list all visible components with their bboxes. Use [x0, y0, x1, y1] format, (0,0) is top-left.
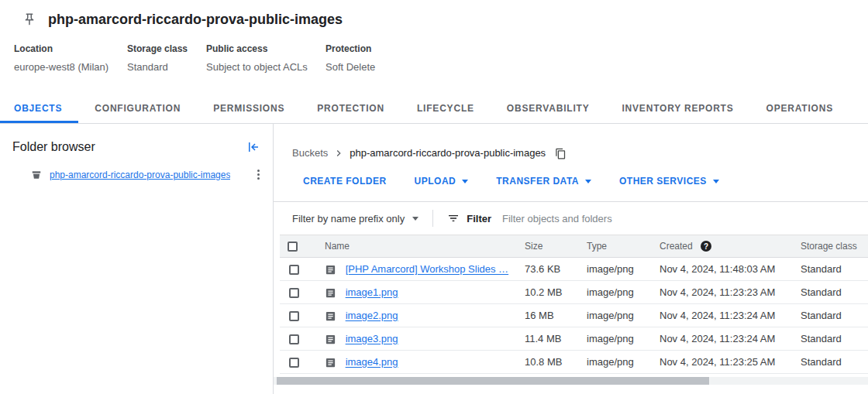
copy-icon[interactable]: [555, 148, 567, 159]
breadcrumb-buckets-link[interactable]: Buckets: [292, 147, 328, 159]
row-checkbox[interactable]: [289, 358, 299, 368]
tab-bar: OBJECTS CONFIGURATION PERMISSIONS PROTEC…: [0, 93, 868, 124]
transfer-data-button[interactable]: TRANSFER DATA: [487, 172, 601, 190]
meta-value-storage-class: Standard: [127, 61, 206, 73]
row-checkbox[interactable]: [289, 288, 299, 298]
scrollbar-thumb[interactable]: [277, 377, 709, 385]
row-checkbox[interactable]: [289, 311, 299, 321]
filter-label: Filter: [467, 213, 491, 224]
filter-scope-label: Filter by name prefix only: [292, 213, 405, 224]
collapse-panel-icon[interactable]: [246, 140, 260, 154]
kebab-menu-icon[interactable]: [255, 167, 262, 182]
breadcrumb: Buckets php-amarcord-riccardo-prova-publ…: [274, 124, 868, 159]
meta-storage-class: Storage class Standard: [127, 43, 206, 73]
meta-value-location: europe-west8 (Milan): [14, 61, 127, 73]
table-row: [PHP Amarcord] Workshop Slides … 73.6 KB…: [280, 258, 868, 281]
meta-label-location: Location: [14, 43, 127, 54]
chevron-down-icon: [713, 180, 719, 183]
cell-storage-class: Standard: [793, 304, 868, 327]
tab-objects[interactable]: OBJECTS: [0, 93, 78, 123]
toolbar: CREATE FOLDER UPLOAD TRANSFER DATA OTHER…: [274, 159, 868, 202]
meta-label-storage-class: Storage class: [127, 43, 206, 54]
bucket-header: php-amarcord-riccardo-prova-public-image…: [0, 0, 868, 73]
file-icon: [325, 334, 336, 345]
cell-created: Nov 4, 2024, 11:23:25 AM: [652, 351, 793, 374]
select-all-cell: [280, 235, 317, 258]
folder-tree-bucket-item[interactable]: php-amarcord-riccardo-prova-public-image…: [0, 166, 273, 183]
cell-storage-class: Standard: [793, 351, 868, 374]
column-header-type[interactable]: Type: [579, 235, 652, 258]
filter-bar: Filter by name prefix only Filter: [274, 202, 868, 235]
meta-value-protection: Soft Delete: [326, 61, 375, 73]
tab-protection[interactable]: PROTECTION: [301, 93, 401, 123]
folder-browser-panel: Folder browser php-amarcord-riccardo-pro…: [0, 124, 274, 394]
object-link[interactable]: image2.png: [346, 310, 398, 322]
table-row: image1.png 10.2 MB image/png Nov 4, 2024…: [280, 281, 868, 304]
chevron-down-icon: [462, 180, 468, 183]
object-link[interactable]: [PHP Amarcord] Workshop Slides …: [346, 264, 509, 276]
cell-type: image/png: [579, 304, 652, 327]
cell-size: 11.4 MB: [517, 327, 579, 351]
meta-protection: Protection Soft Delete: [326, 43, 375, 73]
column-header-type-label: Type: [587, 241, 607, 252]
column-header-size-label: Size: [525, 241, 542, 252]
row-checkbox[interactable]: [289, 265, 299, 275]
object-link[interactable]: image3.png: [346, 334, 398, 345]
pin-icon[interactable]: [22, 12, 36, 26]
help-icon[interactable]: ?: [701, 241, 711, 252]
content-area: Folder browser php-amarcord-riccardo-pro…: [0, 124, 868, 394]
meta-label-public-access: Public access: [206, 43, 326, 54]
tab-operations[interactable]: OPERATIONS: [750, 93, 849, 123]
column-header-created[interactable]: Created ?: [652, 235, 793, 258]
cell-size: 10.2 MB: [517, 281, 579, 304]
table-header-row: Name Size Type Created ? Storage class: [280, 235, 868, 258]
cell-created: Nov 4, 2024, 11:23:24 AM: [652, 304, 793, 327]
horizontal-scrollbar[interactable]: [274, 377, 868, 385]
cell-type: image/png: [579, 327, 652, 351]
page-title: php-amarcord-riccardo-prova-public-image…: [48, 11, 343, 28]
create-folder-button[interactable]: CREATE FOLDER: [294, 172, 396, 190]
cell-type: image/png: [579, 281, 652, 304]
tab-lifecycle[interactable]: LIFECYCLE: [401, 93, 491, 123]
table-row: image3.png 11.4 MB image/png Nov 4, 2024…: [280, 327, 868, 351]
filter-input[interactable]: [502, 213, 868, 224]
column-header-name-label: Name: [325, 241, 350, 252]
cell-type: image/png: [579, 351, 652, 374]
cell-size: 10.8 MB: [517, 351, 579, 374]
table-row: image4.png 10.8 MB image/png Nov 4, 2024…: [280, 351, 868, 374]
bucket-title-row: php-amarcord-riccardo-prova-public-image…: [0, 0, 868, 28]
create-folder-label: CREATE FOLDER: [303, 176, 387, 187]
gcs-bucket-details-page: php-amarcord-riccardo-prova-public-image…: [0, 0, 868, 394]
cell-storage-class: Standard: [793, 327, 868, 351]
object-link[interactable]: image4.png: [346, 357, 398, 368]
file-icon: [325, 310, 336, 322]
bucket-meta: Location europe-west8 (Milan) Storage cl…: [0, 43, 868, 73]
column-header-storage-class[interactable]: Storage class: [793, 235, 868, 258]
bucket-tree-link[interactable]: php-amarcord-riccardo-prova-public-image…: [50, 170, 230, 180]
tab-permissions[interactable]: PERMISSIONS: [197, 93, 301, 123]
row-checkbox[interactable]: [289, 334, 299, 344]
meta-value-public-access: Subject to object ACLs: [206, 61, 326, 73]
upload-button[interactable]: UPLOAD: [405, 172, 478, 190]
column-header-name[interactable]: Name: [317, 235, 517, 258]
meta-public-access: Public access Subject to object ACLs: [206, 43, 326, 73]
cell-type: image/png: [579, 258, 652, 281]
tab-configuration[interactable]: CONFIGURATION: [78, 93, 197, 123]
cell-storage-class: Standard: [793, 258, 868, 281]
column-header-size[interactable]: Size: [517, 235, 579, 258]
select-all-checkbox[interactable]: [288, 242, 298, 252]
filter-scope-dropdown[interactable]: Filter by name prefix only: [292, 213, 418, 224]
column-header-created-label: Created: [660, 241, 693, 252]
vertical-divider: [432, 210, 433, 227]
chevron-down-icon: [412, 217, 418, 221]
other-services-button[interactable]: OTHER SERVICES: [610, 172, 728, 190]
tab-inventory-reports[interactable]: INVENTORY REPORTS: [605, 93, 749, 123]
chevron-down-icon: [585, 180, 591, 183]
breadcrumb-current: php-amarcord-riccardo-prova-public-image…: [350, 147, 546, 159]
file-icon: [325, 264, 336, 276]
cell-created: Nov 4, 2024, 11:48:03 AM: [652, 258, 793, 281]
tab-observability[interactable]: OBSERVABILITY: [491, 93, 606, 123]
folder-browser-title: Folder browser: [12, 139, 95, 155]
objects-table: Name Size Type Created ? Storage class: [280, 235, 868, 374]
object-link[interactable]: image1.png: [346, 287, 398, 299]
